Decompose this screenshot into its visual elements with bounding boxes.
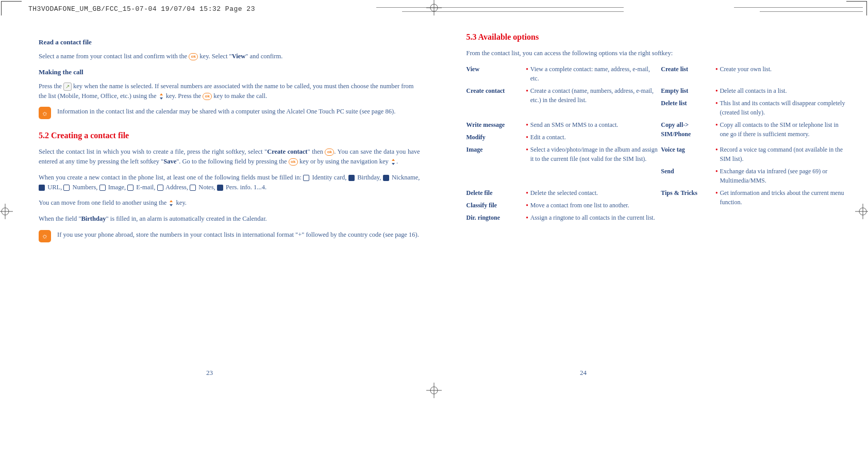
registration-mark-top [426, 0, 442, 15]
opt-view-desc: •View a complete contact: name, address,… [526, 64, 658, 83]
opt-emptylist-term: Empty list [661, 86, 712, 95]
tip-icon: ☼ [39, 107, 51, 119]
opt-copyall-term: Copy all-> SIM/Phone [661, 120, 712, 142]
page-number-23: 23 [206, 368, 213, 378]
opt-createlist-desc: •Create your own list. [715, 64, 847, 83]
page-23: Read a contact file Select a name from y… [39, 31, 430, 249]
para-create-contact-1: Select the contact list in which you wis… [39, 147, 420, 167]
opt-dirringtone-desc: •Assign a ringtone to all contacts in th… [526, 213, 658, 222]
birthday-icon [348, 175, 355, 181]
ok-key-icon: ok [203, 93, 212, 100]
para-move-field: You can move from one field to another u… [39, 198, 420, 208]
url-icon [39, 185, 45, 191]
opt-deletelist-term: Delete list [661, 98, 712, 117]
opt-image-desc: •Select a video/photo/image in the album… [526, 145, 658, 185]
page-24: 5.3 Available options From the contact l… [456, 31, 848, 249]
ok-key-icon: ok [325, 149, 334, 156]
opt-voicetag-term: Voice tag [661, 145, 712, 163]
registration-mark-right [855, 204, 868, 222]
opt-deletefile-term: Delete file [466, 188, 523, 198]
tip-icon: ☼ [39, 230, 51, 242]
opt-send-term: Send [661, 167, 712, 185]
opt-modify-term: Modify [466, 133, 523, 142]
opt-voicetag-desc: •Record a voice tag command (not availab… [715, 145, 847, 163]
heading-read-contact: Read a contact file [39, 37, 420, 47]
opt-emptylist-desc: •Delete all contacts in a list. [715, 86, 847, 95]
opt-send-desc: •Exchange data via infrared (see page 69… [715, 167, 847, 185]
ok-key-icon: ok [289, 158, 298, 166]
para-read-contact: Select a name from your contact list and… [39, 52, 420, 61]
address-icon [157, 185, 163, 191]
registration-mark-left [0, 204, 13, 222]
section-5-3-heading: 5.3 Available options [466, 31, 848, 43]
opt-copyall-desc: •Copy all contacts to the SIM or telepho… [715, 120, 847, 142]
opt-writemsg-desc: •Send an SMS or MMS to a contact. [526, 120, 658, 129]
email-icon [127, 185, 133, 191]
options-grid: View •View a complete contact: name, add… [466, 64, 848, 222]
numbers-icon [63, 185, 70, 191]
opt-createcontact-term: Create contact [466, 86, 523, 117]
para-making-call: Press the key when the name is selected.… [39, 81, 420, 101]
header-rule [734, 7, 863, 8]
nickname-icon [383, 175, 389, 181]
opt-tips-term: Tips & Tricks [661, 188, 712, 210]
nav-key-icon [390, 159, 396, 165]
opt-classify-desc: •Move a contact from one list to another… [526, 201, 658, 210]
opt-view-term: View [466, 64, 523, 83]
opt-classify-term: Classify file [466, 201, 523, 210]
call-key-icon [63, 83, 72, 91]
crop-mark-tl [1, 1, 22, 15]
opt-modify-desc: •Edit a contact. [526, 133, 658, 142]
opt-image-term: Image [466, 145, 523, 185]
para-create-contact-fields: When you create a new contact in the pho… [39, 173, 420, 192]
opt-deletefile-desc: •Delete the selected contact. [526, 188, 658, 198]
opt-deletelist-desc: •This list and its contacts will disappe… [715, 98, 847, 117]
registration-mark-bottom [426, 383, 442, 398]
page-number-24: 24 [580, 368, 587, 378]
opt-writemsg-term: Write message [466, 120, 523, 129]
print-header: TH3VODAFONE_UM_GB/FCC_15-07-04 19/07/04 … [28, 4, 255, 14]
identity-icon [303, 175, 309, 181]
opt-dirringtone-term: Dir. ringtone [466, 213, 523, 222]
notes-icon [190, 185, 196, 191]
heading-making-call: Making the call [39, 67, 420, 77]
section-5-2-heading: 5.2 Creating a contact file [39, 129, 420, 142]
nav-key-icon [158, 93, 164, 100]
para-birthday-alarm: When the field "Birthday" is filled in, … [39, 214, 420, 224]
crop-mark-tr [846, 1, 867, 15]
persinfo-icon [217, 185, 223, 191]
image-icon [99, 185, 106, 191]
note-pc-suite: ☼ Information in the contact list and th… [39, 107, 420, 119]
header-rule [376, 7, 624, 8]
opt-tips-desc: •Get information and tricks about the cu… [715, 188, 847, 210]
nav-key-icon [168, 200, 174, 206]
page-spread: Read a contact file Select a name from y… [39, 31, 847, 249]
opt-createcontact-desc: •Create a contact (name, numbers, addres… [526, 86, 658, 117]
opt-createlist-term: Create list [661, 64, 712, 83]
note-international: ☼ If you use your phone abroad, store th… [39, 230, 420, 242]
ok-key-icon: ok [189, 53, 198, 60]
header-rule [760, 11, 863, 12]
para-options-intro: From the contact list, you can access th… [466, 48, 848, 58]
